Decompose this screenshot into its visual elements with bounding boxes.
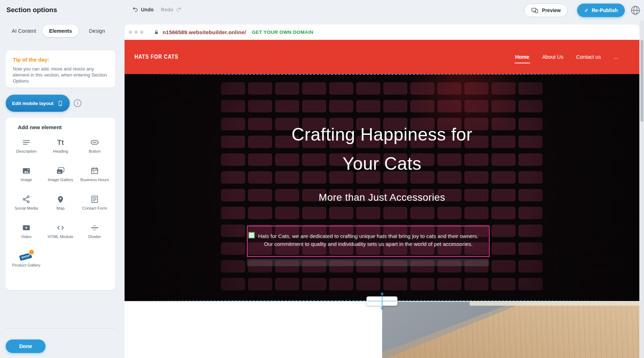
sidebar-tabs: AI Content Elements Design [6, 25, 115, 37]
button-icon [90, 137, 99, 147]
section-resize-handle[interactable] [366, 292, 397, 310]
contact-form-icon [90, 194, 99, 204]
page-title: Section options [6, 6, 57, 14]
hero-paragraph-line2: Our commitment to quality and individual… [264, 240, 473, 248]
element-label: Business Hours [80, 178, 109, 182]
element-label: Heading [53, 149, 68, 154]
add-new-element-panel: Add new element Description Tt Heading B… [6, 118, 115, 290]
window-dot [129, 31, 132, 34]
republish-label: Re-Publish [592, 7, 618, 13]
element-label: Social Media [15, 206, 38, 211]
check-icon: ✓ [584, 7, 588, 13]
canvas-scrollbar-track [640, 21, 644, 358]
browser-chrome-bar: n1566589.websitebuilder.online/ GET YOUR… [125, 25, 639, 40]
edit-mobile-label: Edit mobile layout [12, 101, 53, 106]
divider-icon [90, 223, 99, 233]
image-icon [22, 166, 31, 176]
hero-heading-line1: Crafting Happiness for [125, 120, 639, 149]
element-html-module[interactable]: HTML Module [43, 220, 78, 248]
code-icon [56, 223, 65, 233]
edit-mobile-layout-button[interactable]: Edit mobile layout [6, 95, 70, 112]
undo-icon [132, 6, 138, 12]
site-nav: Home About Us Contact us ... [515, 40, 618, 74]
element-divider[interactable]: Divider [78, 220, 112, 248]
nav-about-us[interactable]: About Us [542, 54, 564, 60]
element-label: Product Gallery [12, 263, 40, 268]
language-globe-icon[interactable] [630, 5, 641, 16]
top-bar: Section options Undo Redo Preview ✓ Re [0, 0, 644, 21]
tab-elements[interactable]: Elements [42, 25, 79, 37]
ghost-element-bar [247, 259, 489, 266]
element-label: Description [16, 149, 37, 154]
description-icon [22, 137, 31, 147]
heading-icon: Tt [57, 137, 64, 147]
tip-title: Tip of the day: [13, 57, 108, 63]
nav-more[interactable]: ... [614, 54, 618, 60]
image-gallery-icon [56, 166, 65, 176]
phone-icon [57, 100, 63, 106]
element-contact-form[interactable]: Contact Form [78, 191, 112, 220]
get-domain-link[interactable]: GET YOUR OWN DOMAIN [252, 30, 313, 35]
site-header[interactable]: HATS FOR CATS Home About Us Contact us .… [125, 40, 639, 74]
video-icon [22, 223, 31, 233]
resize-arrows-icon [380, 292, 384, 310]
preview-button[interactable]: Preview [524, 4, 568, 17]
window-dot [140, 31, 143, 34]
element-grid: Description Tt Heading Button Image [9, 135, 112, 277]
element-button[interactable]: Button [78, 135, 112, 163]
element-map[interactable]: Map [43, 191, 78, 220]
element-image[interactable]: Image [9, 163, 43, 191]
hero-heading-line2: Your Cats [125, 149, 639, 178]
info-icon[interactable]: i [74, 99, 81, 107]
product-gallery-icon: SHOP ↑ [19, 251, 34, 261]
element-video[interactable]: Video [9, 220, 43, 248]
tab-design[interactable]: Design [79, 25, 115, 37]
undo-label: Undo [141, 7, 154, 12]
photo-top-light-band [470, 302, 639, 306]
site-logo[interactable]: HATS FOR CATS [134, 54, 179, 60]
undo-button[interactable]: Undo [132, 6, 154, 12]
redo-icon [176, 6, 182, 12]
element-label: HTML Module [48, 235, 73, 239]
element-label: Image Gallery [48, 178, 73, 182]
tip-body: Now you can add, move and resize any ele… [13, 66, 108, 84]
hero-section-selected[interactable]: Crafting Happiness for Your Cats More th… [125, 74, 639, 301]
resize-handle-green[interactable] [248, 232, 255, 238]
next-section-photo[interactable] [382, 302, 639, 358]
tab-ai-content[interactable]: AI Content [6, 25, 42, 37]
element-label: Contact Form [82, 206, 107, 211]
preview-label: Preview [542, 7, 561, 13]
element-heading[interactable]: Tt Heading [43, 135, 78, 163]
element-label: Map [57, 206, 64, 211]
element-product-gallery[interactable]: SHOP ↑ Product Gallery [9, 248, 43, 277]
upgrade-badge-icon: ↑ [28, 249, 35, 255]
nav-contact-us[interactable]: Contact us [576, 54, 601, 60]
hero-paragraph-line1: Hats for Cats, we are dedicated to craft… [258, 232, 479, 240]
next-section-white-area [125, 302, 382, 358]
add-element-title: Add new element [18, 124, 112, 130]
republish-button[interactable]: ✓ Re-Publish [577, 4, 625, 17]
redo-label: Redo [161, 7, 173, 12]
nav-home[interactable]: Home [515, 54, 529, 60]
element-image-gallery[interactable]: Image Gallery [43, 163, 78, 191]
window-dot [134, 31, 138, 34]
hero-paragraph-selected[interactable]: Hats for Cats, we are dedicated to craft… [247, 226, 490, 257]
done-button[interactable]: Done [6, 339, 46, 353]
element-label: Divider [88, 235, 101, 239]
site-url[interactable]: n1566589.websitebuilder.online/ [163, 29, 246, 35]
element-social-media[interactable]: Social Media [9, 191, 43, 220]
canvas-scrollbar-thumb[interactable] [640, 40, 643, 122]
element-business-hours[interactable]: Business Hours [78, 163, 112, 191]
element-label: Button [89, 149, 100, 154]
social-media-icon [22, 194, 31, 204]
hero-heading[interactable]: Crafting Happiness for Your Cats [125, 120, 639, 178]
element-label: Image [21, 178, 32, 182]
hero-subheading[interactable]: More than Just Accessories [125, 191, 639, 204]
devices-icon [531, 7, 539, 14]
element-description[interactable]: Description [9, 135, 43, 163]
map-pin-icon [56, 194, 65, 204]
element-label: Video [21, 235, 31, 239]
tip-of-the-day-card: Tip of the day: Now you can add, move an… [6, 51, 115, 88]
redo-button[interactable]: Redo [161, 6, 182, 12]
business-hours-icon [90, 166, 99, 176]
